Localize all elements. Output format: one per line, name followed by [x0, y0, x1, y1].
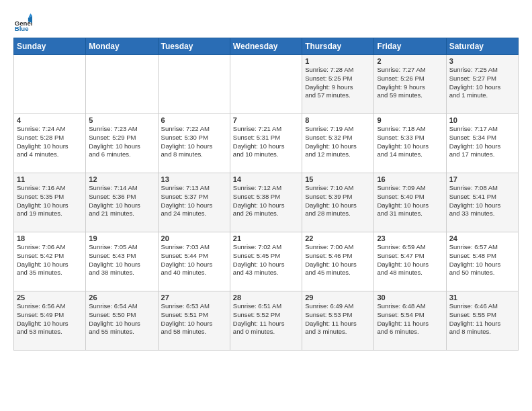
day-number: 12 [89, 175, 154, 183]
day-number: 27 [161, 293, 227, 302]
calendar-cell: 16Sunrise: 7:09 AM Sunset: 5:40 PM Dayli… [374, 173, 446, 232]
day-info: Sunrise: 7:12 AM Sunset: 5:38 PM Dayligh… [233, 184, 299, 218]
calendar-cell: 26Sunrise: 6:54 AM Sunset: 5:50 PM Dayli… [86, 291, 158, 351]
day-info: Sunrise: 7:14 AM Sunset: 5:36 PM Dayligh… [89, 184, 154, 218]
calendar-cell: 14Sunrise: 7:12 AM Sunset: 5:38 PM Dayli… [230, 173, 302, 232]
calendar-week-row: 25Sunrise: 6:56 AM Sunset: 5:49 PM Dayli… [14, 291, 519, 351]
day-info: Sunrise: 7:03 AM Sunset: 5:44 PM Dayligh… [161, 243, 227, 277]
col-header-saturday: Saturday [446, 38, 518, 55]
day-number: 30 [377, 293, 443, 302]
day-info: Sunrise: 7:27 AM Sunset: 5:26 PM Dayligh… [377, 66, 443, 100]
day-info: Sunrise: 7:25 AM Sunset: 5:27 PM Dayligh… [449, 66, 515, 100]
day-info: Sunrise: 7:23 AM Sunset: 5:29 PM Dayligh… [89, 125, 154, 159]
calendar-cell: 23Sunrise: 6:59 AM Sunset: 5:47 PM Dayli… [374, 232, 446, 291]
calendar-cell: 2Sunrise: 7:27 AM Sunset: 5:26 PM Daylig… [374, 55, 446, 114]
day-info: Sunrise: 7:13 AM Sunset: 5:37 PM Dayligh… [161, 184, 227, 218]
calendar-cell: 11Sunrise: 7:16 AM Sunset: 5:35 PM Dayli… [14, 173, 86, 232]
day-number: 4 [17, 116, 83, 124]
day-number: 20 [161, 234, 227, 242]
day-info: Sunrise: 7:21 AM Sunset: 5:31 PM Dayligh… [233, 125, 299, 159]
calendar-cell: 18Sunrise: 7:06 AM Sunset: 5:42 PM Dayli… [14, 232, 86, 291]
day-number: 11 [17, 175, 83, 183]
col-header-tuesday: Tuesday [158, 38, 230, 55]
calendar-cell [230, 55, 302, 114]
day-info: Sunrise: 6:49 AM Sunset: 5:53 PM Dayligh… [305, 302, 371, 336]
day-info: Sunrise: 7:16 AM Sunset: 5:35 PM Dayligh… [17, 184, 83, 218]
calendar-week-row: 4Sunrise: 7:24 AM Sunset: 5:28 PM Daylig… [14, 114, 519, 173]
day-info: Sunrise: 7:28 AM Sunset: 5:25 PM Dayligh… [305, 66, 371, 100]
calendar-header-row: SundayMondayTuesdayWednesdayThursdayFrid… [14, 38, 519, 55]
day-info: Sunrise: 7:08 AM Sunset: 5:41 PM Dayligh… [449, 184, 515, 218]
day-info: Sunrise: 7:19 AM Sunset: 5:32 PM Dayligh… [305, 125, 371, 159]
calendar-cell: 10Sunrise: 7:17 AM Sunset: 5:34 PM Dayli… [446, 114, 518, 173]
day-number: 8 [305, 116, 371, 124]
day-info: Sunrise: 6:46 AM Sunset: 5:55 PM Dayligh… [449, 302, 515, 336]
calendar-cell [86, 55, 158, 114]
day-number: 18 [17, 234, 83, 242]
day-number: 26 [89, 293, 154, 302]
day-number: 3 [449, 57, 515, 65]
calendar-cell: 17Sunrise: 7:08 AM Sunset: 5:41 PM Dayli… [446, 173, 518, 232]
day-number: 21 [233, 234, 299, 242]
day-number: 2 [377, 57, 443, 65]
calendar-cell: 5Sunrise: 7:23 AM Sunset: 5:29 PM Daylig… [86, 114, 158, 173]
day-number: 29 [305, 293, 371, 302]
calendar-cell: 3Sunrise: 7:25 AM Sunset: 5:27 PM Daylig… [446, 55, 518, 114]
day-number: 16 [377, 175, 443, 183]
day-info: Sunrise: 7:05 AM Sunset: 5:43 PM Dayligh… [89, 243, 154, 277]
day-info: Sunrise: 6:53 AM Sunset: 5:51 PM Dayligh… [161, 302, 227, 336]
col-header-sunday: Sunday [14, 38, 86, 55]
calendar-cell: 8Sunrise: 7:19 AM Sunset: 5:32 PM Daylig… [302, 114, 374, 173]
calendar-cell: 13Sunrise: 7:13 AM Sunset: 5:37 PM Dayli… [158, 173, 230, 232]
calendar-cell: 27Sunrise: 6:53 AM Sunset: 5:51 PM Dayli… [158, 291, 230, 351]
col-header-wednesday: Wednesday [230, 38, 302, 55]
calendar-week-row: 1Sunrise: 7:28 AM Sunset: 5:25 PM Daylig… [14, 55, 519, 114]
day-number: 5 [89, 116, 154, 124]
day-info: Sunrise: 7:09 AM Sunset: 5:40 PM Dayligh… [377, 184, 443, 218]
calendar-cell: 12Sunrise: 7:14 AM Sunset: 5:36 PM Dayli… [86, 173, 158, 232]
day-info: Sunrise: 6:57 AM Sunset: 5:48 PM Dayligh… [449, 243, 515, 277]
day-number: 23 [377, 234, 443, 242]
day-number: 1 [305, 57, 371, 65]
day-number: 17 [449, 175, 515, 183]
calendar-table: SundayMondayTuesdayWednesdayThursdayFrid… [13, 38, 519, 351]
day-number: 19 [89, 234, 154, 242]
calendar-cell: 24Sunrise: 6:57 AM Sunset: 5:48 PM Dayli… [446, 232, 518, 291]
day-info: Sunrise: 6:54 AM Sunset: 5:50 PM Dayligh… [89, 302, 154, 336]
calendar-cell: 4Sunrise: 7:24 AM Sunset: 5:28 PM Daylig… [14, 114, 86, 173]
calendar-cell: 9Sunrise: 7:18 AM Sunset: 5:33 PM Daylig… [374, 114, 446, 173]
col-header-friday: Friday [374, 38, 446, 55]
day-info: Sunrise: 6:51 AM Sunset: 5:52 PM Dayligh… [233, 302, 299, 336]
day-number: 28 [233, 293, 299, 302]
calendar-cell [14, 55, 86, 114]
calendar-cell: 31Sunrise: 6:46 AM Sunset: 5:55 PM Dayli… [446, 291, 518, 351]
day-number: 31 [449, 293, 515, 302]
calendar-cell [158, 55, 230, 114]
day-info: Sunrise: 7:17 AM Sunset: 5:34 PM Dayligh… [449, 125, 515, 159]
col-header-thursday: Thursday [302, 38, 374, 55]
day-number: 24 [449, 234, 515, 242]
col-header-monday: Monday [86, 38, 158, 55]
day-number: 9 [377, 116, 443, 124]
day-info: Sunrise: 6:48 AM Sunset: 5:54 PM Dayligh… [377, 302, 443, 336]
calendar-cell: 28Sunrise: 6:51 AM Sunset: 5:52 PM Dayli… [230, 291, 302, 351]
day-number: 15 [305, 175, 371, 183]
day-number: 25 [17, 293, 83, 302]
day-info: Sunrise: 7:18 AM Sunset: 5:33 PM Dayligh… [377, 125, 443, 159]
day-info: Sunrise: 7:24 AM Sunset: 5:28 PM Dayligh… [17, 125, 83, 159]
calendar-cell: 7Sunrise: 7:21 AM Sunset: 5:31 PM Daylig… [230, 114, 302, 173]
calendar-cell: 19Sunrise: 7:05 AM Sunset: 5:43 PM Dayli… [86, 232, 158, 291]
day-number: 14 [233, 175, 299, 183]
day-info: Sunrise: 6:59 AM Sunset: 5:47 PM Dayligh… [377, 243, 443, 277]
calendar-cell: 30Sunrise: 6:48 AM Sunset: 5:54 PM Dayli… [374, 291, 446, 351]
day-number: 22 [305, 234, 371, 242]
calendar-week-row: 11Sunrise: 7:16 AM Sunset: 5:35 PM Dayli… [14, 173, 519, 232]
day-info: Sunrise: 7:06 AM Sunset: 5:42 PM Dayligh… [17, 243, 83, 277]
day-info: Sunrise: 7:02 AM Sunset: 5:45 PM Dayligh… [233, 243, 299, 277]
calendar-cell: 1Sunrise: 7:28 AM Sunset: 5:25 PM Daylig… [302, 55, 374, 114]
day-number: 6 [161, 116, 227, 124]
day-number: 13 [161, 175, 227, 183]
calendar-cell: 6Sunrise: 7:22 AM Sunset: 5:30 PM Daylig… [158, 114, 230, 173]
calendar-cell: 21Sunrise: 7:02 AM Sunset: 5:45 PM Dayli… [230, 232, 302, 291]
calendar-cell: 15Sunrise: 7:10 AM Sunset: 5:39 PM Dayli… [302, 173, 374, 232]
